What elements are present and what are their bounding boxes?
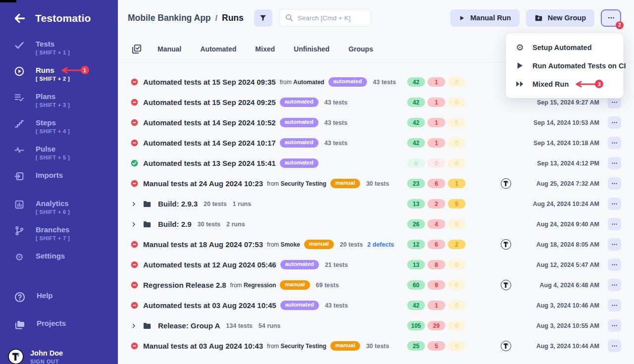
annotation-badge-1: 1 bbox=[81, 66, 89, 74]
chevron-right-icon[interactable] bbox=[131, 201, 137, 207]
sidebar-item-pulse[interactable]: Pulse[ SHIFT + 5 ] bbox=[0, 145, 118, 160]
run-row[interactable]: Automated tests at 12 Aug 2024 05:46auto… bbox=[118, 255, 634, 275]
row-actions-cell bbox=[599, 116, 621, 129]
failed-count-pill: 1 bbox=[427, 98, 445, 107]
sidebar-item-tests[interactable]: Tests[ SHIFT + 1 ] bbox=[0, 40, 118, 55]
sidebar-item-help[interactable]: Help bbox=[0, 291, 118, 303]
status-failed-icon bbox=[131, 302, 138, 309]
sidebar-item-runs[interactable]: Runs1[ SHIFT + 2 ] bbox=[0, 66, 118, 82]
menu-item-label: Run Automated Tests on CI bbox=[532, 62, 626, 70]
row-actions-button[interactable] bbox=[608, 319, 621, 332]
back-arrow-icon[interactable] bbox=[13, 12, 26, 25]
group-row[interactable]: Release: Group A134 tests54 runs105290Au… bbox=[118, 315, 634, 336]
row-actions-button[interactable] bbox=[608, 177, 621, 190]
tests-count-label: 134 tests bbox=[226, 322, 253, 329]
sidebar-item-imports[interactable]: Imports bbox=[0, 171, 118, 182]
menu-item-setup-automated[interactable]: ⚙Setup Automated bbox=[506, 38, 624, 56]
tests-count-label: 20 tests bbox=[340, 241, 363, 248]
row-actions-button[interactable] bbox=[608, 116, 621, 129]
sidebar-item-projects[interactable]: Projects bbox=[0, 319, 118, 331]
failed-count-pill: 8 bbox=[427, 260, 445, 269]
run-row[interactable]: Regression Release 2.8from Regressionman… bbox=[118, 275, 634, 295]
app-logo[interactable]: Testomatio bbox=[35, 12, 91, 24]
menu-item-mixed-run[interactable]: Mixed Run3 bbox=[506, 75, 624, 93]
search-input[interactable] bbox=[279, 9, 371, 27]
sidebar-item-analytics[interactable]: Analytics[ SHIFT + 6 ] bbox=[0, 199, 118, 215]
chevron-right-icon[interactable] bbox=[131, 221, 137, 227]
search-box bbox=[279, 9, 371, 27]
failed-count-pill: 6 bbox=[427, 240, 445, 249]
more-actions-button[interactable]: 2 bbox=[601, 9, 621, 27]
run-row[interactable]: Automated tests at 14 Sep 2024 10:17auto… bbox=[118, 133, 634, 153]
skipped-count-pill: 5 bbox=[448, 199, 466, 208]
run-row[interactable]: Automated tests at 03 Aug 2024 10:45auto… bbox=[118, 295, 634, 315]
sidebar-item-shortcut: [ SHIFT + 7 ] bbox=[36, 235, 70, 241]
row-actions-button[interactable] bbox=[608, 137, 621, 149]
result-counts: 4210 bbox=[407, 98, 466, 107]
sidebar-user[interactable]: John Doe SIGN OUT bbox=[8, 349, 118, 364]
ellipsis-icon bbox=[611, 180, 618, 187]
breadcrumb-separator: / bbox=[215, 14, 217, 23]
tab-unfinished[interactable]: Unfinished bbox=[294, 45, 329, 53]
sidebar-item-steps[interactable]: Steps[ SHIFT + 4 ] bbox=[0, 118, 118, 134]
run-row[interactable]: Manual tests at 18 Aug 2024 07:53from Sm… bbox=[118, 234, 634, 255]
ellipsis-icon bbox=[611, 281, 618, 289]
run-row[interactable]: Manual tests at 24 Aug 2024 10:23from Se… bbox=[118, 173, 634, 194]
run-source: from Security Testing bbox=[267, 180, 326, 187]
tab-mixed[interactable]: Mixed bbox=[255, 45, 275, 53]
tab-automated[interactable]: Automated bbox=[200, 45, 236, 53]
tests-count-label: 30 tests bbox=[366, 343, 389, 350]
row-actions-button[interactable] bbox=[608, 157, 621, 169]
topbar: Mobile Banking App / Runs bbox=[118, 0, 634, 36]
row-actions-cell bbox=[599, 299, 621, 312]
menu-item-run-automated-tests-on-ci[interactable]: Run Automated Tests on CI bbox=[506, 56, 624, 75]
row-actions-button[interactable] bbox=[608, 299, 621, 312]
tab-manual[interactable]: Manual bbox=[158, 45, 181, 53]
select-runs-icon[interactable] bbox=[131, 44, 142, 55]
check-icon bbox=[14, 40, 25, 51]
run-row[interactable]: Manual tests at 03 Aug 2024 10:43from Se… bbox=[118, 336, 634, 356]
sidebar-item-label: Plans bbox=[36, 92, 55, 101]
run-date: Aug 12, 2024 5:47 AM bbox=[515, 261, 599, 268]
manual-run-button[interactable]: Manual Run bbox=[450, 9, 519, 27]
new-group-button[interactable]: New Group bbox=[526, 9, 594, 27]
sidebar-item-branches[interactable]: Branches[ SHIFT + 7 ] bbox=[0, 225, 118, 241]
tests-count-label: 43 tests bbox=[325, 302, 348, 309]
tab-groups[interactable]: Groups bbox=[348, 45, 373, 53]
breadcrumb-project[interactable]: Mobile Banking App bbox=[128, 13, 211, 23]
filter-button[interactable] bbox=[254, 9, 272, 27]
group-row[interactable]: Build: 2.9.320 tests1 runs1325Aug 24, 20… bbox=[118, 194, 634, 214]
row-actions-button[interactable] bbox=[608, 259, 621, 271]
tests-count-label: 20 tests bbox=[204, 201, 227, 208]
passed-count-pill: 25 bbox=[407, 341, 425, 351]
result-counts: 2361 bbox=[407, 179, 466, 188]
row-actions-cell bbox=[599, 177, 621, 190]
run-row[interactable]: Automated tests at 13 Sep 2024 15:41auto… bbox=[118, 153, 634, 173]
user-avatar bbox=[501, 239, 511, 250]
row-actions-button[interactable] bbox=[608, 238, 621, 251]
status-passed-icon bbox=[131, 159, 138, 167]
defects-link[interactable]: 2 defects bbox=[368, 241, 394, 248]
row-main: Manual tests at 24 Aug 2024 10:23from Se… bbox=[131, 179, 407, 188]
run-date: Sep 13, 2024 4:12 PM bbox=[515, 160, 599, 167]
failed-count-pill: 29 bbox=[427, 321, 445, 330]
play-icon bbox=[515, 61, 525, 70]
row-actions-button[interactable] bbox=[608, 340, 621, 352]
chevron-right-icon[interactable] bbox=[131, 323, 137, 329]
run-title: Automated tests at 15 Sep 2024 09:35 bbox=[143, 78, 276, 86]
run-title: Automated tests at 13 Sep 2024 15:41 bbox=[143, 159, 276, 167]
sign-out-link[interactable]: SIGN OUT bbox=[30, 359, 63, 364]
group-row[interactable]: Build: 2.930 tests2 runs2640Aug 24, 2024… bbox=[118, 214, 634, 234]
sidebar-item-plans[interactable]: Plans[ SHIFT + 3 ] bbox=[0, 92, 118, 108]
assignee-cell bbox=[466, 178, 515, 189]
run-title: Release: Group A bbox=[158, 321, 220, 330]
more-actions-menu: ⚙Setup AutomatedRun Automated Tests on C… bbox=[506, 33, 624, 98]
annotation-arrow-mixed-run: 3 bbox=[575, 80, 603, 88]
import-icon bbox=[14, 171, 25, 182]
run-row[interactable]: Automated tests at 14 Sep 2024 10:52auto… bbox=[118, 112, 634, 133]
sidebar-item-settings[interactable]: ⚙Settings bbox=[0, 252, 118, 262]
row-actions-button[interactable] bbox=[608, 279, 621, 291]
row-actions-button[interactable] bbox=[608, 198, 621, 210]
annotation-badge-3: 3 bbox=[595, 80, 603, 88]
row-actions-button[interactable] bbox=[608, 218, 621, 230]
